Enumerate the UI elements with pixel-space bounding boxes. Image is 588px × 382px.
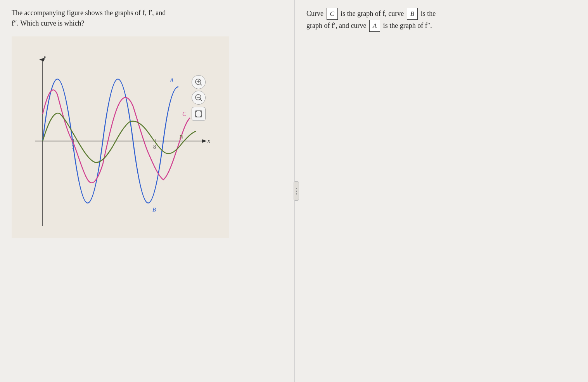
answer-prefix: Curve — [306, 10, 323, 17]
answer-suffix: is the graph of f″. — [383, 22, 432, 29]
main-container: The accompanying figure shows the graphs… — [0, 0, 588, 382]
expand-button[interactable] — [192, 107, 206, 121]
left-panel: The accompanying figure shows the graphs… — [0, 0, 295, 382]
right-panel: Curve C is the graph of f, curve B is th… — [295, 0, 588, 382]
zoom-out-button[interactable] — [192, 91, 206, 105]
curve-b-box: B — [407, 8, 418, 20]
curve-c-box: C — [327, 8, 338, 20]
svg-text:B: B — [152, 206, 156, 213]
svg-text:8: 8 — [153, 144, 156, 150]
answer-text: Curve C is the graph of f, curve B is th… — [306, 8, 576, 32]
divider-dot-1 — [296, 188, 297, 189]
svg-text:y: y — [43, 53, 47, 60]
graph-area: y x 1 8 A B C — [12, 36, 229, 238]
question-line1: The accompanying figure shows the graphs… — [12, 9, 166, 17]
question-line2: f″. Which curve is which? — [12, 19, 85, 27]
answer-middle1: is the graph of f, curve — [341, 10, 404, 17]
svg-text:C: C — [182, 111, 187, 117]
svg-line-21 — [200, 99, 202, 101]
zoom-controls — [192, 75, 206, 121]
graph-svg: y x 1 8 A B C — [12, 36, 229, 238]
svg-text:B: B — [179, 134, 183, 140]
curve-a-box: A — [369, 20, 380, 32]
panel-divider[interactable] — [294, 181, 299, 201]
svg-line-18 — [200, 84, 202, 85]
question-text: The accompanying figure shows the graphs… — [12, 8, 283, 29]
divider-dot-2 — [296, 191, 297, 192]
divider-dot-3 — [296, 193, 297, 194]
svg-text:x: x — [207, 138, 210, 144]
answer-line2-prefix: graph of f′, and curve — [306, 22, 366, 29]
zoom-in-button[interactable] — [192, 75, 206, 89]
svg-text:A: A — [169, 77, 174, 83]
answer-middle2: is the — [421, 10, 436, 17]
